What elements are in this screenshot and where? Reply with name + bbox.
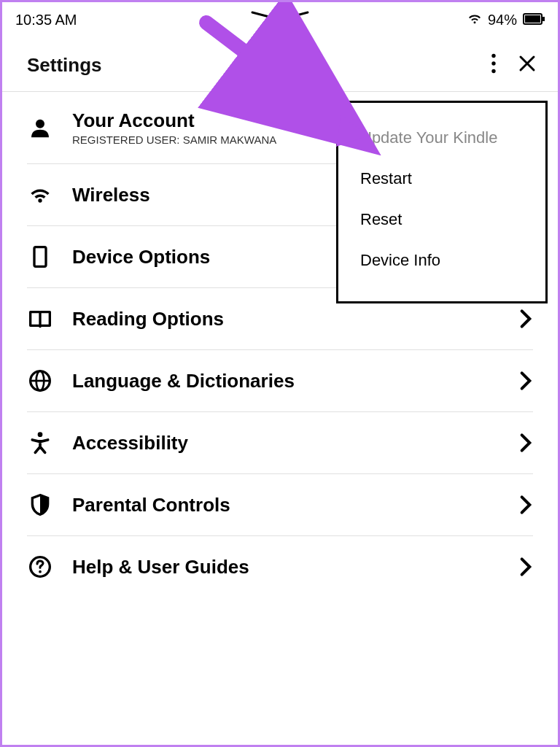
menu-item-language[interactable]: Language & Dictionaries [27,350,533,412]
book-icon [27,306,53,332]
wifi-icon [27,182,53,208]
menu-item-help[interactable]: Help & User Guides [27,536,533,597]
globe-icon [27,368,53,394]
battery-percent: 94% [488,12,517,28]
help-icon [27,554,53,580]
svg-point-3 [491,54,495,58]
reading-options-label: Reading Options [72,308,499,330]
settings-header: Settings [2,31,558,92]
popup-item-device-info[interactable]: Device Info [360,240,524,281]
svg-point-6 [36,120,44,128]
overflow-popup: Update Your Kindle Restart Reset Device … [336,101,548,303]
svg-rect-1 [525,15,540,23]
accessibility-icon [27,430,53,456]
wifi-icon [467,12,482,28]
chevron-right-icon [518,555,533,578]
battery-icon [523,12,545,28]
chevron-right-icon [518,493,533,516]
time-label: 10:35 AM [15,12,77,28]
help-label: Help & User Guides [72,556,499,578]
chevron-right-icon [518,369,533,392]
svg-point-12 [39,570,42,573]
shield-icon [27,492,53,518]
account-icon [27,115,53,141]
menu-item-parental-controls[interactable]: Parental Controls [27,474,533,536]
popup-item-restart[interactable]: Restart [360,158,524,199]
close-icon[interactable] [518,55,536,75]
chevron-right-icon [518,307,533,330]
svg-point-4 [491,61,495,65]
status-right: 94% [467,12,545,28]
menu-item-accessibility[interactable]: Accessibility [27,412,533,474]
popup-item-reset[interactable]: Reset [360,199,524,240]
svg-point-10 [38,432,43,437]
accessibility-label: Accessibility [72,432,499,454]
page-title: Settings [27,54,102,77]
popup-item-update: Update Your Kindle [360,117,524,158]
svg-rect-7 [34,247,46,267]
svg-rect-2 [542,17,545,21]
chevron-right-icon [518,431,533,454]
device-icon [27,244,53,270]
parental-controls-label: Parental Controls [72,494,499,516]
language-label: Language & Dictionaries [72,370,499,392]
overflow-menu-icon[interactable] [491,53,497,77]
svg-point-5 [491,69,495,73]
notch-indicator [251,11,309,21]
